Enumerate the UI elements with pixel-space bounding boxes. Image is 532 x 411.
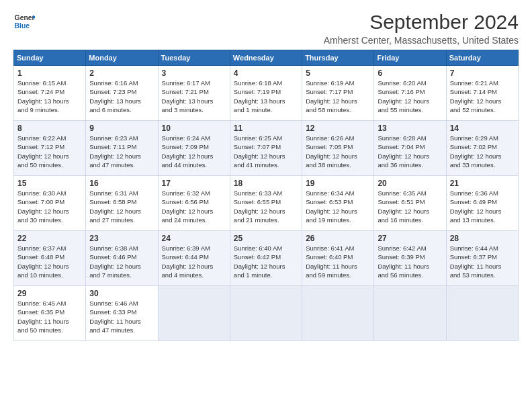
day-info: Sunrise: 6:35 AMSunset: 6:51 PMDaylight:… — [378, 189, 442, 224]
header: General Blue September 2024 Amherst Cent… — [13, 11, 519, 46]
calendar-cell — [446, 286, 518, 341]
day-number: 2 — [89, 68, 154, 78]
calendar-cell: 21Sunrise: 6:36 AMSunset: 6:49 PMDayligh… — [446, 176, 518, 231]
day-info: Sunrise: 6:41 AMSunset: 6:40 PMDaylight:… — [306, 244, 370, 279]
calendar-cell: 4Sunrise: 6:18 AMSunset: 7:19 PMDaylight… — [230, 66, 302, 121]
calendar-cell: 7Sunrise: 6:21 AMSunset: 7:14 PMDaylight… — [446, 66, 518, 121]
day-info: Sunrise: 6:26 AMSunset: 7:05 PMDaylight:… — [306, 134, 370, 169]
calendar-cell: 1Sunrise: 6:15 AMSunset: 7:24 PMDaylight… — [14, 66, 86, 121]
calendar-cell: 30Sunrise: 6:46 AMSunset: 6:33 PMDayligh… — [86, 286, 158, 341]
calendar-cell: 26Sunrise: 6:41 AMSunset: 6:40 PMDayligh… — [302, 231, 374, 286]
day-number: 28 — [450, 234, 515, 243]
calendar-cell: 2Sunrise: 6:16 AMSunset: 7:23 PMDaylight… — [86, 66, 158, 121]
calendar-cell: 29Sunrise: 6:45 AMSunset: 6:35 PMDayligh… — [14, 286, 86, 341]
day-number: 7 — [450, 68, 515, 78]
col-saturday: Saturday — [446, 50, 518, 66]
day-number: 11 — [234, 124, 298, 133]
calendar-body: 1Sunrise: 6:15 AMSunset: 7:24 PMDaylight… — [14, 66, 519, 341]
day-info: Sunrise: 6:32 AMSunset: 6:56 PMDaylight:… — [162, 189, 226, 224]
calendar-cell: 6Sunrise: 6:20 AMSunset: 7:16 PMDaylight… — [374, 66, 446, 121]
day-info: Sunrise: 6:34 AMSunset: 6:53 PMDaylight:… — [306, 189, 370, 224]
calendar-cell — [158, 286, 230, 341]
day-info: Sunrise: 6:17 AMSunset: 7:21 PMDaylight:… — [162, 79, 226, 114]
page: General Blue September 2024 Amherst Cent… — [0, 0, 532, 411]
calendar-cell: 17Sunrise: 6:32 AMSunset: 6:56 PMDayligh… — [158, 176, 230, 231]
calendar-cell: 28Sunrise: 6:44 AMSunset: 6:37 PMDayligh… — [446, 231, 518, 286]
header-row: Sunday Monday Tuesday Wednesday Thursday… — [14, 50, 519, 66]
day-info: Sunrise: 6:45 AMSunset: 6:35 PMDaylight:… — [17, 299, 82, 334]
calendar-week-5: 29Sunrise: 6:45 AMSunset: 6:35 PMDayligh… — [14, 286, 519, 341]
day-number: 9 — [89, 124, 154, 133]
day-info: Sunrise: 6:25 AMSunset: 7:07 PMDaylight:… — [234, 134, 298, 169]
day-number: 8 — [17, 124, 82, 133]
day-number: 30 — [89, 289, 154, 298]
calendar-cell: 19Sunrise: 6:34 AMSunset: 6:53 PMDayligh… — [302, 176, 374, 231]
day-number: 14 — [450, 124, 515, 133]
col-friday: Friday — [374, 50, 446, 66]
day-info: Sunrise: 6:22 AMSunset: 7:12 PMDaylight:… — [17, 134, 82, 169]
day-info: Sunrise: 6:20 AMSunset: 7:16 PMDaylight:… — [378, 79, 442, 114]
day-number: 5 — [306, 68, 370, 78]
day-info: Sunrise: 6:44 AMSunset: 6:37 PMDaylight:… — [450, 244, 515, 279]
calendar-cell — [302, 286, 374, 341]
day-info: Sunrise: 6:31 AMSunset: 6:58 PMDaylight:… — [89, 189, 154, 224]
calendar-cell: 15Sunrise: 6:30 AMSunset: 7:00 PMDayligh… — [14, 176, 86, 231]
day-number: 12 — [306, 124, 370, 133]
calendar-cell: 11Sunrise: 6:25 AMSunset: 7:07 PMDayligh… — [230, 121, 302, 176]
calendar-cell: 5Sunrise: 6:19 AMSunset: 7:17 PMDaylight… — [302, 66, 374, 121]
calendar-week-2: 8Sunrise: 6:22 AMSunset: 7:12 PMDaylight… — [14, 121, 519, 176]
day-number: 26 — [306, 234, 370, 243]
day-number: 21 — [450, 179, 515, 188]
calendar-cell: 12Sunrise: 6:26 AMSunset: 7:05 PMDayligh… — [302, 121, 374, 176]
calendar-cell: 14Sunrise: 6:29 AMSunset: 7:02 PMDayligh… — [446, 121, 518, 176]
calendar-table: Sunday Monday Tuesday Wednesday Thursday… — [13, 50, 519, 341]
svg-text:Blue: Blue — [15, 22, 30, 30]
day-number: 23 — [89, 234, 154, 243]
day-number: 17 — [162, 179, 226, 188]
subtitle: Amherst Center, Massachusetts, United St… — [324, 35, 519, 46]
day-info: Sunrise: 6:21 AMSunset: 7:14 PMDaylight:… — [450, 79, 515, 114]
day-number: 16 — [89, 179, 154, 188]
col-tuesday: Tuesday — [158, 50, 230, 66]
col-monday: Monday — [86, 50, 158, 66]
day-info: Sunrise: 6:18 AMSunset: 7:19 PMDaylight:… — [234, 79, 298, 114]
calendar-cell: 16Sunrise: 6:31 AMSunset: 6:58 PMDayligh… — [86, 176, 158, 231]
calendar-cell: 25Sunrise: 6:40 AMSunset: 6:42 PMDayligh… — [230, 231, 302, 286]
day-number: 24 — [162, 234, 226, 243]
col-thursday: Thursday — [302, 50, 374, 66]
calendar-week-4: 22Sunrise: 6:37 AMSunset: 6:48 PMDayligh… — [14, 231, 519, 286]
day-info: Sunrise: 6:38 AMSunset: 6:46 PMDaylight:… — [89, 244, 154, 279]
day-number: 13 — [378, 124, 442, 133]
day-info: Sunrise: 6:30 AMSunset: 7:00 PMDaylight:… — [17, 189, 82, 224]
day-info: Sunrise: 6:24 AMSunset: 7:09 PMDaylight:… — [162, 134, 226, 169]
day-info: Sunrise: 6:29 AMSunset: 7:02 PMDaylight:… — [450, 134, 515, 169]
day-number: 3 — [162, 68, 226, 78]
calendar-cell: 8Sunrise: 6:22 AMSunset: 7:12 PMDaylight… — [14, 121, 86, 176]
day-number: 10 — [162, 124, 226, 133]
calendar-cell: 24Sunrise: 6:39 AMSunset: 6:44 PMDayligh… — [158, 231, 230, 286]
calendar-week-3: 15Sunrise: 6:30 AMSunset: 7:00 PMDayligh… — [14, 176, 519, 231]
svg-text:General: General — [15, 14, 35, 21]
calendar-cell: 27Sunrise: 6:42 AMSunset: 6:39 PMDayligh… — [374, 231, 446, 286]
calendar-cell: 3Sunrise: 6:17 AMSunset: 7:21 PMDaylight… — [158, 66, 230, 121]
calendar-cell: 20Sunrise: 6:35 AMSunset: 6:51 PMDayligh… — [374, 176, 446, 231]
col-sunday: Sunday — [14, 50, 86, 66]
day-info: Sunrise: 6:37 AMSunset: 6:48 PMDaylight:… — [17, 244, 82, 279]
day-number: 4 — [234, 68, 298, 78]
day-info: Sunrise: 6:16 AMSunset: 7:23 PMDaylight:… — [89, 79, 154, 114]
day-info: Sunrise: 6:46 AMSunset: 6:33 PMDaylight:… — [89, 299, 154, 334]
day-info: Sunrise: 6:19 AMSunset: 7:17 PMDaylight:… — [306, 79, 370, 114]
calendar-header: Sunday Monday Tuesday Wednesday Thursday… — [14, 50, 519, 66]
day-info: Sunrise: 6:40 AMSunset: 6:42 PMDaylight:… — [234, 244, 298, 279]
day-number: 25 — [234, 234, 298, 243]
day-info: Sunrise: 6:42 AMSunset: 6:39 PMDaylight:… — [378, 244, 442, 279]
calendar-cell: 23Sunrise: 6:38 AMSunset: 6:46 PMDayligh… — [86, 231, 158, 286]
calendar-cell — [230, 286, 302, 341]
logo-icon: General Blue — [13, 11, 35, 32]
day-info: Sunrise: 6:33 AMSunset: 6:55 PMDaylight:… — [234, 189, 298, 224]
day-number: 20 — [378, 179, 442, 188]
col-wednesday: Wednesday — [230, 50, 302, 66]
day-number: 27 — [378, 234, 442, 243]
day-number: 22 — [17, 234, 82, 243]
calendar-cell: 13Sunrise: 6:28 AMSunset: 7:04 PMDayligh… — [374, 121, 446, 176]
